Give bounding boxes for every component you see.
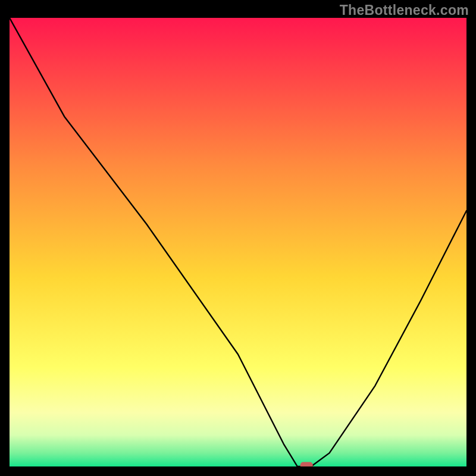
bottleneck-chart — [10, 18, 466, 466]
optimal-marker — [300, 462, 313, 467]
watermark-label: TheBottleneck.com — [340, 2, 469, 18]
chart-background — [10, 18, 466, 466]
chart-frame: TheBottleneck.com — [0, 0, 476, 476]
